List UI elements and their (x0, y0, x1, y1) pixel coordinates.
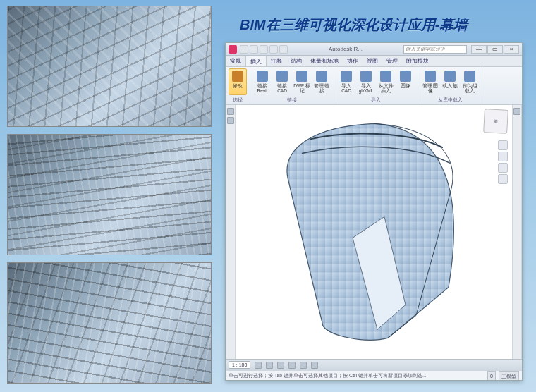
import-cad-button[interactable]: 导入 CAD (337, 68, 355, 95)
search-input[interactable]: 键入关键字或短语 (403, 45, 467, 54)
link-cad-button[interactable]: 链接 CAD (273, 68, 291, 95)
tab-5[interactable]: 协作 (343, 56, 363, 66)
import-cad-icon (341, 71, 352, 82)
app-title: Autodesk R... (288, 46, 403, 52)
manage-images-button[interactable]: 管理 图像 (421, 68, 439, 95)
load-group-icon (464, 71, 475, 82)
manage-links-icon (316, 71, 327, 82)
link-revit-button[interactable]: 链接 Revit (253, 68, 272, 95)
canvas[interactable]: 前 (236, 105, 512, 359)
group-import-label: 导入 (371, 97, 381, 104)
tab-4[interactable]: 体量和场地 (306, 56, 343, 66)
qat-print-icon[interactable] (279, 45, 288, 54)
insert-from-file-button[interactable]: 从文件 插入 (377, 68, 395, 95)
close-button[interactable]: × (504, 45, 519, 54)
qat-redo-icon[interactable] (269, 45, 278, 54)
image-icon (400, 71, 411, 82)
left-palette (226, 105, 236, 359)
app-icon[interactable] (229, 45, 237, 54)
nav-bar (498, 140, 509, 185)
import-gbxml-button[interactable]: 导入 gbXML (357, 68, 375, 95)
manage-links-button[interactable]: 管理 链接 (312, 68, 331, 95)
tab-1[interactable]: 插入 (245, 56, 267, 66)
qat-undo-icon[interactable] (260, 45, 268, 54)
modify-button[interactable]: 修改 (229, 68, 247, 95)
quick-access-toolbar (240, 45, 288, 54)
tab-2[interactable]: 注释 (267, 56, 286, 66)
modify-label: 修改 (233, 83, 243, 88)
tab-0[interactable]: 常规 (226, 56, 245, 66)
tab-3[interactable]: 结构 (286, 56, 306, 66)
minimize-button[interactable]: — (471, 45, 487, 54)
render-image-3 (7, 262, 212, 384)
status-icon[interactable] (311, 362, 318, 369)
group-import: 导入 CAD 导入 gbXML 从文件 插入 图像 导入 (334, 67, 418, 104)
tab-6[interactable]: 视图 (363, 56, 382, 66)
nav-zoom-icon[interactable] (498, 163, 508, 173)
render-image-2 (7, 134, 212, 255)
viewcube[interactable]: 前 (483, 109, 508, 134)
nav-wheel-icon[interactable] (498, 140, 508, 150)
status-icon[interactable] (266, 362, 273, 369)
group-load-label: 从库中载入 (438, 97, 463, 104)
status-icon[interactable] (277, 362, 284, 369)
group-select-label: 选择 (233, 97, 243, 104)
content-area: 前 (226, 105, 522, 359)
palette-icon[interactable] (513, 108, 520, 115)
ribbon: 修改 选择 链接 Revit 链接 CAD DWF 标记 管理 链接 链接 导入… (226, 67, 522, 105)
dwf-icon (296, 71, 307, 82)
group-load: 管理 图像 载入 族 作为组 载入 从库中载入 (418, 67, 482, 104)
hint-text: 单击可进行选择；按 Tab 键并单击可选择其他项目；按 Ctrl 键并单击可将新… (229, 373, 427, 378)
render-column (7, 6, 212, 391)
group-link-label: 链接 (287, 97, 297, 104)
palette-icon[interactable] (227, 108, 234, 115)
status-icon[interactable] (255, 362, 262, 369)
slide-title: BIM在三维可视化深化设计应用-幕墙 (240, 16, 468, 35)
insert-file-icon (380, 71, 391, 82)
app-window: Autodesk R... 键入关键字或短语 — ▭ × 常规 插入 注释 结构… (225, 42, 523, 381)
right-palette (512, 105, 522, 359)
qat-save-icon[interactable] (250, 45, 258, 54)
view-scale[interactable]: 1 : 100 (229, 361, 250, 369)
link-revit-icon (257, 71, 268, 82)
import-gbxml-icon (360, 71, 372, 82)
maximize-button[interactable]: ▭ (487, 45, 503, 54)
link-cad-icon (276, 71, 288, 82)
image-button[interactable]: 图像 (396, 68, 415, 95)
hint-bar: 单击可进行选择；按 Tab 键并单击可选择其他项目；按 Ctrl 键并单击可将新… (226, 370, 522, 380)
palette-icon[interactable] (227, 117, 234, 124)
load-family-icon (444, 71, 456, 82)
ribbon-tabs: 常规 插入 注释 结构 体量和场地 协作 视图 管理 附加模块 (226, 56, 522, 67)
hint-counter[interactable]: 0 (487, 371, 496, 380)
manage-images-icon (425, 71, 436, 82)
qat-open-icon[interactable] (240, 45, 248, 54)
nav-pan-icon[interactable] (498, 152, 508, 161)
status-icon[interactable] (288, 362, 296, 369)
titlebar: Autodesk R... 键入关键字或短语 — ▭ × (226, 43, 522, 56)
load-as-group-button[interactable]: 作为组 载入 (461, 68, 479, 95)
group-select: 修改 选择 (226, 67, 250, 104)
group-link: 链接 Revit 链接 CAD DWF 标记 管理 链接 链接 (250, 67, 334, 104)
tab-7[interactable]: 管理 (382, 56, 402, 66)
render-image-1 (7, 6, 212, 127)
hint-mode[interactable]: 主模型 (499, 371, 519, 380)
nav-orbit-icon[interactable] (498, 174, 508, 184)
status-icon[interactable] (300, 362, 307, 369)
status-bar: 1 : 100 (226, 359, 522, 370)
curtain-wall-model (268, 111, 480, 343)
dwf-markup-button[interactable]: DWF 标记 (293, 68, 311, 95)
load-family-button[interactable]: 载入 族 (441, 68, 459, 95)
modify-icon (232, 71, 243, 82)
tab-8[interactable]: 附加模块 (402, 56, 433, 66)
